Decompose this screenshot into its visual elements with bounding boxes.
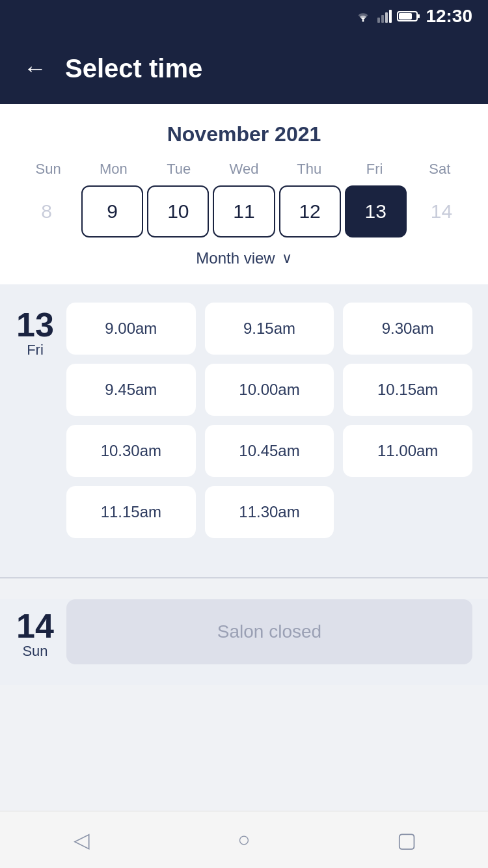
- month-view-toggle[interactable]: Month view ∨: [16, 237, 472, 271]
- svg-rect-6: [418, 14, 420, 18]
- slot-1000am[interactable]: 10.00am: [205, 364, 334, 416]
- bottom-nav: ◁ ○ ▢: [0, 811, 488, 868]
- chevron-down-icon: ∨: [282, 250, 292, 267]
- weekday-tue: Tue: [146, 161, 211, 178]
- slot-1015am[interactable]: 10.15am: [343, 364, 472, 416]
- day-14-number: 14: [16, 609, 54, 643]
- slot-945am[interactable]: 9.45am: [66, 364, 196, 416]
- date-cell-9[interactable]: 9: [81, 185, 143, 237]
- day-13-number: 13: [16, 308, 54, 342]
- home-nav-icon: ○: [237, 828, 250, 852]
- weekday-sat: Sat: [407, 161, 472, 178]
- weekday-thu: Thu: [277, 161, 342, 178]
- day-14-name: Sun: [22, 643, 47, 660]
- slot-1045am[interactable]: 10.45am: [205, 425, 334, 477]
- slot-930am[interactable]: 9.30am: [343, 303, 472, 355]
- slot-1100am[interactable]: 11.00am: [343, 425, 472, 477]
- wifi-icon: [354, 10, 372, 23]
- status-time: 12:30: [426, 6, 472, 27]
- back-button[interactable]: ←: [23, 55, 47, 82]
- slot-1030am[interactable]: 10.30am: [66, 425, 196, 477]
- date-cell-12[interactable]: 12: [279, 185, 341, 237]
- slot-900am[interactable]: 9.00am: [66, 303, 196, 355]
- weekday-wed: Wed: [211, 161, 277, 178]
- svg-rect-7: [399, 13, 412, 20]
- weekday-fri: Fri: [342, 161, 407, 178]
- day-14-label: 14 Sun: [16, 604, 55, 660]
- svg-rect-3: [385, 12, 388, 23]
- month-view-label: Month view: [196, 249, 275, 267]
- svg-point-0: [362, 20, 364, 22]
- nav-recent-button[interactable]: ▢: [387, 821, 426, 860]
- battery-icon: [397, 10, 420, 23]
- month-year-label: November 2021: [16, 122, 472, 146]
- page-title: Select time: [65, 54, 202, 83]
- nav-back-button[interactable]: ◁: [62, 821, 101, 860]
- status-icons: 12:30: [354, 6, 472, 27]
- nav-home-button[interactable]: ○: [224, 821, 264, 860]
- slot-915am[interactable]: 9.15am: [205, 303, 334, 355]
- signal-icon: [377, 10, 392, 23]
- slot-1115am[interactable]: 11.15am: [66, 486, 196, 538]
- section-divider: [0, 577, 488, 578]
- slots-grid-13: 9.00am 9.15am 9.30am 9.45am 10.00am 10.1…: [66, 303, 472, 538]
- salon-closed-label: Salon closed: [66, 599, 472, 664]
- svg-rect-4: [389, 10, 392, 23]
- date-cell-10[interactable]: 10: [147, 185, 209, 237]
- back-nav-icon: ◁: [74, 828, 90, 852]
- day-13-name: Fri: [27, 342, 44, 359]
- weekday-mon: Mon: [81, 161, 146, 178]
- day-13-slots: 13 Fri 9.00am 9.15am 9.30am 9.45am 10.00…: [16, 303, 472, 538]
- weekday-row: Sun Mon Tue Wed Thu Fri Sat: [16, 161, 472, 178]
- closed-day-section-14: 14 Sun Salon closed: [0, 599, 488, 685]
- date-cell-14: 14: [411, 185, 472, 237]
- date-cell-11[interactable]: 11: [213, 185, 275, 237]
- app-header: ← Select time: [0, 33, 488, 104]
- date-row: 8 9 10 11 12 13 14: [16, 185, 472, 237]
- svg-rect-2: [381, 15, 384, 23]
- recent-nav-icon: ▢: [397, 828, 416, 852]
- day-13-label: 13 Fri: [16, 303, 55, 538]
- time-slots-section-13: 13 Fri 9.00am 9.15am 9.30am 9.45am 10.00…: [0, 284, 488, 577]
- status-bar: 12:30: [0, 0, 488, 33]
- svg-rect-1: [377, 18, 380, 23]
- calendar-section: November 2021 Sun Mon Tue Wed Thu Fri Sa…: [0, 104, 488, 284]
- day-14-row: 14 Sun Salon closed: [16, 599, 472, 664]
- date-cell-8: 8: [16, 185, 77, 237]
- slot-1130am[interactable]: 11.30am: [205, 486, 334, 538]
- date-cell-13[interactable]: 13: [345, 185, 407, 237]
- weekday-sun: Sun: [16, 161, 81, 178]
